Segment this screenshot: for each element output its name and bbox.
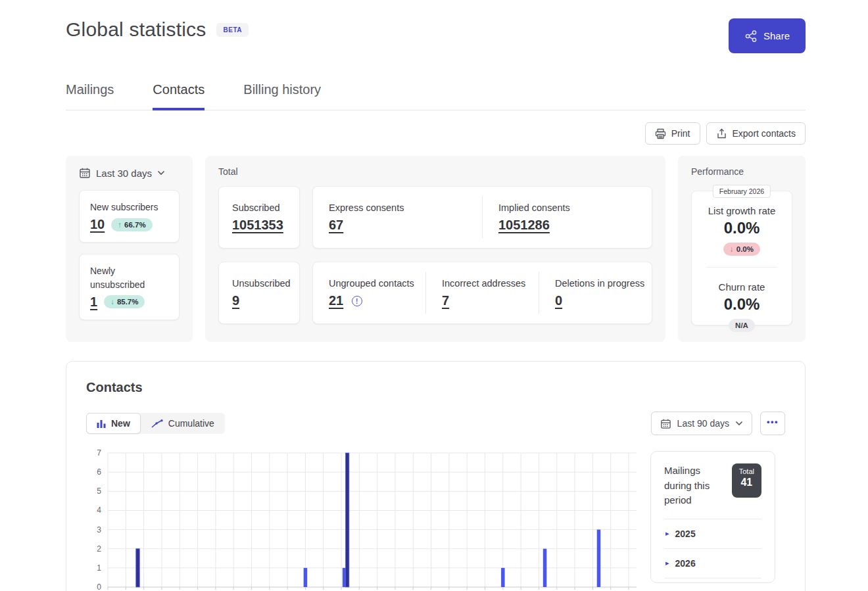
newly-unsubscribed-card: Newly unsubscribed 1 ↓ 85.7% — [79, 254, 180, 320]
beta-badge: BETA — [216, 23, 248, 37]
contacts-section: Contacts New Cumulative — [66, 361, 806, 591]
year-2026-label: 2026 — [675, 558, 696, 569]
export-contacts-label: Export contacts — [733, 128, 796, 139]
chart-bar[interactable] — [345, 453, 349, 587]
toggle-new[interactable]: New — [86, 413, 141, 434]
mailings-period-title: Mailings during this period — [664, 463, 725, 508]
unsubscribed-value[interactable]: 9 — [232, 293, 239, 308]
mailings-total-label: Total — [739, 467, 754, 475]
arrow-up-icon: ↑ — [118, 221, 122, 229]
deletions-in-progress-value[interactable]: 0 — [555, 293, 562, 308]
page-header: Global statistics BETA Share — [66, 0, 806, 53]
incorrect-addresses-value[interactable]: 7 — [442, 293, 449, 308]
chart-bar[interactable] — [501, 568, 505, 587]
chart-toolbar: New Cumulative Last 90 days — [86, 412, 785, 435]
y-axis-tick-label: 0 — [97, 582, 101, 591]
bar-chart-icon — [97, 419, 106, 428]
share-label: Share — [763, 30, 790, 41]
arrow-down-icon: ↓ — [110, 298, 114, 306]
new-subscribers-delta-badge: ↑ 66.7% — [111, 218, 152, 231]
list-growth-rate-value: 0.0% — [692, 219, 792, 237]
chevron-down-icon — [735, 421, 743, 426]
chart-range-select[interactable]: Last 90 days — [651, 412, 752, 435]
year-row-2025[interactable]: ▸ 2025 — [664, 519, 761, 549]
print-label: Print — [671, 128, 690, 139]
toggle-cumulative-label: Cumulative — [168, 418, 214, 429]
y-axis-tick-label: 3 — [97, 525, 101, 534]
chart-bar[interactable] — [304, 568, 308, 587]
toggle-new-label: New — [111, 418, 130, 429]
tab-mailings[interactable]: Mailings — [66, 82, 114, 110]
year-2025-label: 2025 — [675, 529, 696, 539]
contacts-bar-chart: 2629010407101316192225283103060912151821… — [86, 446, 639, 591]
y-axis-tick-label: 4 — [97, 506, 101, 515]
page-title: Global statistics — [66, 18, 206, 41]
incorrect-addresses-label: Incorrect addresses — [442, 278, 539, 289]
implied-consents-label: Implied consents — [498, 202, 652, 213]
contacts-issues-card: Ungrouped contacts 21 ! Incorrect addres… — [312, 262, 652, 324]
churn-rate-badge: N/A — [729, 319, 755, 332]
tab-bar: Mailings Contacts Billing history — [66, 82, 806, 110]
implied-consents-value[interactable]: 1051286 — [498, 218, 550, 232]
period-range-select[interactable]: Last 30 days — [79, 167, 180, 179]
y-axis-tick-label: 7 — [97, 448, 101, 458]
y-axis-tick-label: 5 — [97, 486, 101, 496]
contacts-section-title: Contacts — [86, 380, 785, 395]
warning-icon[interactable]: ! — [352, 296, 362, 306]
total-panel: Total Subscribed 1051353 Express consent… — [205, 156, 665, 342]
triangle-right-icon: ▸ — [665, 559, 669, 567]
export-icon — [716, 128, 727, 139]
churn-rate-value: 0.0% — [692, 295, 792, 314]
churn-rate-label: Churn rate — [692, 281, 792, 293]
list-growth-delta: 0.0% — [736, 245, 754, 253]
calendar-icon — [660, 418, 671, 429]
y-axis-tick-label: 2 — [97, 544, 101, 554]
list-growth-delta-badge: ↓ 0.0% — [723, 243, 760, 256]
mailings-total-badge: Total 41 — [732, 463, 761, 498]
chart-bar[interactable] — [543, 549, 547, 587]
express-consents-value[interactable]: 67 — [329, 218, 343, 232]
tab-billing-history[interactable]: Billing history — [243, 82, 321, 110]
ungrouped-contacts-cell: Ungrouped contacts 21 ! — [313, 272, 425, 314]
printer-icon — [655, 128, 666, 139]
triangle-right-icon: ▸ — [665, 529, 669, 538]
newly-unsubscribed-value[interactable]: 1 — [90, 295, 97, 310]
new-subscribers-label: New subscribers — [90, 201, 168, 214]
unsubscribed-label: Unsubscribed — [232, 278, 291, 289]
deletions-in-progress-cell: Deletions in progress 0 — [539, 272, 652, 314]
consents-card: Express consents 67 Implied consents 105… — [312, 186, 652, 248]
new-subscribers-delta: 66.7% — [124, 221, 146, 229]
total-panel-title: Total — [218, 166, 652, 177]
chart-bar[interactable] — [136, 549, 140, 587]
stats-row: Last 30 days New subscribers 10 ↑ 66.7% … — [66, 156, 806, 342]
implied-consents-cell: Implied consents 1051286 — [482, 197, 652, 238]
ungrouped-contacts-value[interactable]: 21 — [329, 293, 343, 308]
arrow-down-icon: ↓ — [730, 245, 734, 253]
share-button[interactable]: Share — [729, 18, 806, 53]
period-range-label: Last 30 days — [96, 168, 152, 179]
list-growth-rate-label: List growth rate — [692, 205, 792, 216]
y-axis-tick-label: 6 — [97, 467, 101, 477]
tab-contacts[interactable]: Contacts — [153, 82, 205, 110]
y-axis-tick-label: 1 — [97, 563, 101, 573]
express-consents-label: Express consents — [329, 202, 482, 213]
newly-unsubscribed-label: Newly unsubscribed — [90, 264, 162, 291]
toggle-cumulative[interactable]: Cumulative — [141, 413, 225, 434]
year-row-2026[interactable]: ▸ 2026 — [664, 549, 761, 579]
period-panel: Last 30 days New subscribers 10 ↑ 66.7% … — [66, 156, 193, 342]
newly-unsubscribed-delta: 85.7% — [117, 298, 139, 306]
new-subscribers-value[interactable]: 10 — [90, 217, 105, 232]
performance-period-tooltip: February 2026 — [713, 185, 771, 198]
export-contacts-button[interactable]: Export contacts — [706, 122, 806, 145]
subscribed-label: Subscribed — [232, 202, 283, 213]
deletions-in-progress-label: Deletions in progress — [555, 278, 652, 289]
performance-card: February 2026 List growth rate 0.0% ↓ 0.… — [691, 191, 792, 325]
calendar-icon — [79, 167, 91, 179]
print-button[interactable]: Print — [645, 122, 700, 145]
chevron-down-icon — [157, 170, 165, 176]
incorrect-addresses-cell: Incorrect addresses 7 — [425, 272, 539, 314]
mailings-total-value: 41 — [739, 477, 754, 488]
chart-bar[interactable] — [597, 530, 601, 587]
more-options-button[interactable]: ••• — [760, 412, 785, 435]
subscribed-value[interactable]: 1051353 — [232, 218, 283, 232]
